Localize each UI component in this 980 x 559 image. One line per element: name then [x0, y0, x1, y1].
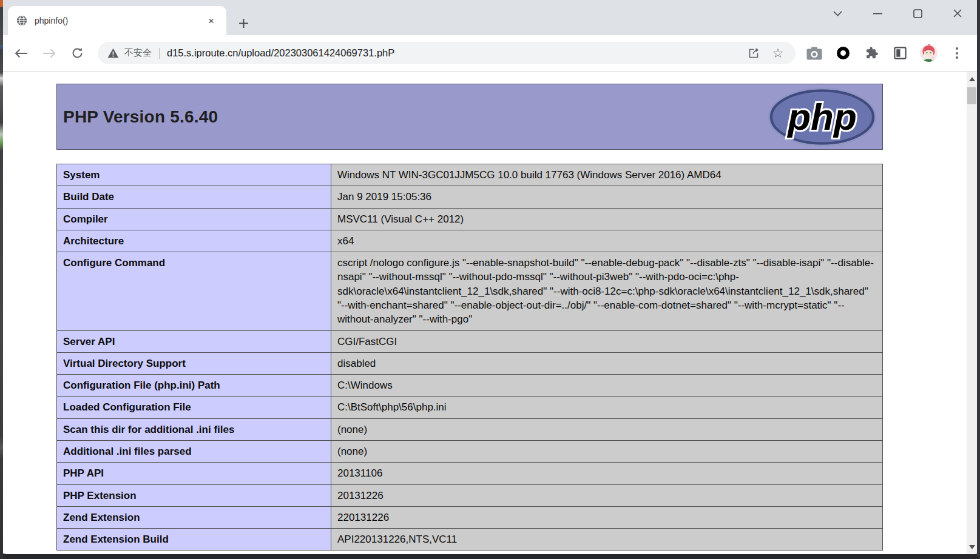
tab-close-icon[interactable]: × [204, 14, 218, 27]
triangle-up-icon [969, 77, 975, 81]
php-version-header: PHP Version 5.6.40 php [56, 84, 883, 150]
scroll-up-button[interactable] [967, 74, 977, 84]
close-icon [953, 9, 962, 18]
row-label: Build Date [57, 186, 331, 208]
table-row: Configuration File (php.ini) PathC:\Wind… [57, 375, 883, 397]
row-label: Server API [57, 330, 331, 352]
address-bar[interactable]: 不安全 d15.s.iproute.cn/upload/202303061424… [98, 42, 796, 64]
kebab-menu-icon [956, 47, 958, 59]
table-row: Zend Extension BuildAPI220131226,NTS,VC1… [57, 529, 883, 551]
forward-arrow-icon [42, 49, 56, 58]
adblock-extension-button[interactable] [834, 44, 852, 62]
row-value: 220131226 [331, 506, 883, 528]
url-text[interactable]: d15.s.iproute.cn/upload/2023030614240697… [167, 47, 738, 59]
table-row: Build DateJan 9 2019 15:05:36 [57, 186, 883, 208]
close-window-button[interactable] [947, 4, 968, 23]
scroll-down-button[interactable] [967, 542, 977, 552]
profile-button[interactable] [919, 44, 938, 62]
row-value: Windows NT WIN-3GC01JJM5CG 10.0 build 17… [331, 164, 883, 186]
row-label: Virtual Directory Support [57, 352, 331, 374]
triangle-down-icon [969, 545, 975, 549]
browser-window: phpinfo() × [3, 0, 980, 559]
back-button[interactable] [9, 41, 33, 65]
tab-strip: phpinfo() × [3, 0, 977, 35]
reload-icon [71, 47, 84, 59]
screenshot-extension-button[interactable] [805, 44, 823, 62]
forward-button[interactable] [37, 41, 61, 65]
security-label[interactable]: 不安全 [124, 47, 152, 59]
scrollbar-thumb[interactable] [967, 87, 976, 104]
table-row: Additional .ini files parsed(none) [57, 440, 883, 462]
bookmark-button[interactable]: ☆ [769, 44, 787, 62]
row-label: Loaded Configuration File [57, 397, 331, 418]
row-value: C:\Windows [331, 375, 883, 397]
table-row: Zend Extension220131226 [57, 506, 883, 528]
navigation-toolbar: 不安全 d15.s.iproute.cn/upload/202303061424… [3, 35, 977, 72]
row-value: Jan 9 2019 15:05:36 [331, 186, 883, 208]
table-row: Scan this dir for additional .ini files(… [57, 418, 883, 440]
row-value: disabled [331, 352, 883, 374]
omnibox-separator [159, 48, 160, 59]
ring-icon [837, 47, 850, 59]
row-label: Zend Extension Build [57, 529, 331, 551]
reload-button[interactable] [65, 41, 89, 65]
row-value: (none) [331, 440, 883, 462]
side-panel-icon [893, 46, 907, 60]
extensions-area [805, 44, 966, 62]
php-logo: php [767, 87, 877, 147]
tab-title: phpinfo() [35, 16, 204, 25]
maximize-button[interactable] [907, 4, 928, 23]
php-info-table-body: SystemWindows NT WIN-3GC01JJM5CG 10.0 bu… [57, 164, 883, 551]
row-value: x64 [331, 230, 883, 252]
table-row: Configure Commandcscript /nologo configu… [57, 252, 883, 330]
chevron-down-icon [833, 11, 842, 16]
camera-icon [806, 47, 822, 60]
browser-menu-button[interactable] [948, 44, 966, 62]
row-label: Additional .ini files parsed [57, 440, 331, 462]
table-row: Architecturex64 [57, 230, 883, 252]
row-label: Zend Extension [57, 506, 331, 528]
vertical-scrollbar[interactable] [967, 72, 977, 554]
page-content: PHP Version 5.6.40 php SystemWindows NT … [3, 72, 977, 554]
row-value: C:\BtSoft\php\56\php.ini [331, 397, 883, 418]
row-label: Architecture [57, 230, 331, 252]
table-row: CompilerMSVC11 (Visual C++ 2012) [57, 208, 883, 230]
page-title: PHP Version 5.6.40 [63, 107, 767, 127]
php-info-table: SystemWindows NT WIN-3GC01JJM5CG 10.0 bu… [56, 164, 883, 551]
table-row: Server APICGI/FastCGI [57, 330, 883, 352]
back-arrow-icon [15, 49, 28, 58]
share-button[interactable] [745, 44, 763, 62]
row-label: Scan this dir for additional .ini files [57, 418, 331, 440]
search-tabs-button[interactable] [826, 4, 848, 23]
row-label: Configure Command [57, 252, 331, 330]
row-value: 20131226 [331, 484, 883, 506]
window-controls [826, 4, 968, 23]
table-row: PHP Extension20131226 [57, 484, 883, 506]
table-row: PHP API20131106 [57, 463, 883, 484]
side-panel-button[interactable] [891, 44, 909, 62]
row-label: Compiler [57, 208, 331, 230]
row-label: PHP API [57, 463, 331, 484]
minimize-icon [873, 13, 882, 15]
table-row: Virtual Directory Supportdisabled [57, 352, 883, 374]
globe-icon [16, 15, 27, 26]
row-value: MSVC11 (Visual C++ 2012) [331, 208, 883, 230]
not-secure-warning-icon [107, 48, 119, 58]
avatar [920, 44, 938, 62]
row-value: (none) [331, 418, 883, 440]
php-logo-text: php [786, 96, 857, 138]
minimize-button[interactable] [867, 4, 888, 23]
tab-phpinfo[interactable]: phpinfo() × [8, 6, 226, 35]
plus-icon [238, 18, 249, 28]
phpinfo-page: PHP Version 5.6.40 php SystemWindows NT … [56, 72, 883, 551]
row-label: System [57, 164, 331, 186]
row-label: Configuration File (php.ini) Path [57, 375, 331, 397]
row-label: PHP Extension [57, 484, 331, 506]
extensions-menu-button[interactable] [862, 44, 880, 62]
row-value: API220131226,NTS,VC11 [331, 529, 883, 551]
table-row: SystemWindows NT WIN-3GC01JJM5CG 10.0 bu… [57, 164, 883, 186]
new-tab-button[interactable] [235, 15, 252, 32]
row-value: 20131106 [331, 463, 883, 484]
row-value: cscript /nologo configure.js "--enable-s… [331, 252, 883, 330]
star-icon: ☆ [772, 46, 784, 61]
